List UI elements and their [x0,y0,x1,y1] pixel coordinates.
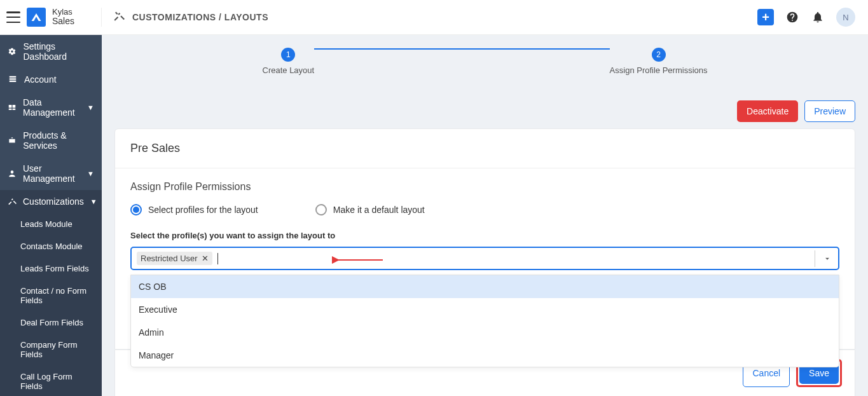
tools-icon [8,197,17,206]
chip-remove-icon[interactable]: ✕ [202,254,209,263]
sidebar-sub-deal-form-fields[interactable]: Deal Form Fields [0,311,102,334]
users-icon [8,169,17,178]
step-label: Assign Profile Permissions [610,65,708,75]
dropdown-option[interactable]: Manager [131,344,839,367]
chevron-down-icon: ▼ [87,170,94,177]
dropdown-option[interactable]: Admin [131,321,839,344]
sidebar-label: Account [24,74,57,85]
profile-multiselect[interactable]: Restricted User ✕ [130,247,839,270]
hamburger-menu[interactable] [6,11,20,23]
deactivate-button[interactable]: Deactivate [737,100,798,122]
sidebar-item-data-management[interactable]: Data Management ▼ [0,91,102,124]
sidebar-sub-contact-no-form-fields[interactable]: Contact / no Form Fields [0,280,102,311]
step-assign-permissions[interactable]: 2 Assign Profile Permissions [610,48,708,75]
chevron-down-icon: ▼ [90,198,97,205]
sidebar-item-user-management[interactable]: User Management ▼ [0,157,102,190]
sidebar-label: Customizations [23,196,84,207]
chevron-down-icon: ▼ [87,104,94,111]
stepper: 1 Create Layout 2 Assign Profile Permiss… [102,35,868,94]
radio-icon [315,204,327,215]
text-cursor [217,253,218,264]
section-title: Assign Profile Permissions [130,181,839,193]
sidebar-sub-company-form-fields[interactable]: Company Form Fields [0,334,102,365]
bell-icon[interactable] [811,10,825,24]
help-icon[interactable] [785,10,799,24]
dropdown-option[interactable]: Executive [131,298,839,321]
sidebar-item-customizations[interactable]: Customizations ▼ [0,190,102,213]
step-number: 1 [281,48,295,62]
selected-chip: Restricted User ✕ [137,252,212,265]
breadcrumb: CUSTOMIZATIONS / LAYOUTS [132,12,268,22]
profile-select-label: Select the profile(s) you want to assign… [130,231,839,240]
step-connector [314,48,609,50]
step-number: 2 [652,48,666,62]
brand-logo [27,8,46,27]
add-button[interactable]: + [757,9,774,25]
sidebar-label: Data Management [23,97,81,118]
profile-dropdown: CS OB Executive Admin Manager [130,275,839,367]
step-label: Create Layout [263,65,315,75]
sidebar-sub-leads-module[interactable]: Leads Module [0,213,102,235]
radio-label: Select profiles for the layout [148,205,258,215]
chevron-down-icon[interactable] [815,250,832,267]
brand-name: Kylas [52,8,74,17]
sidebar-item-account[interactable]: Account [0,68,102,91]
sidebar-label: Settings Dashboard [24,41,95,62]
sidebar-item-settings-dashboard[interactable]: Settings Dashboard [0,35,102,68]
dropdown-option[interactable]: CS OB [131,275,839,298]
sidebar-sub-call-log-form-fields[interactable]: Call Log Form Fields [0,365,102,396]
layout-title: Pre Sales [130,142,839,155]
sidebar-item-products-services[interactable]: Products & Services [0,124,102,157]
gear-icon [8,47,17,56]
brand-sub: Sales [52,17,74,26]
database-icon [8,103,17,112]
tools-icon [113,11,125,24]
briefcase-icon [8,136,17,145]
radio-select-profiles[interactable]: Select profiles for the layout [130,204,258,215]
radio-label: Make it a default layout [333,205,425,215]
chip-label: Restricted User [141,254,198,263]
sidebar-label: Products & Services [23,130,94,151]
radio-icon [130,204,142,215]
avatar[interactable]: N [836,8,855,27]
sidebar-sub-leads-form-fields[interactable]: Leads Form Fields [0,257,102,280]
step-create-layout[interactable]: 1 Create Layout [263,48,315,75]
sidebar-sub-contacts-module[interactable]: Contacts Module [0,235,102,257]
sidebar-label: User Management [23,163,81,184]
preview-button[interactable]: Preview [804,100,855,122]
account-icon [8,75,18,84]
annotation-arrow [335,256,386,266]
radio-default-layout[interactable]: Make it a default layout [315,204,425,215]
